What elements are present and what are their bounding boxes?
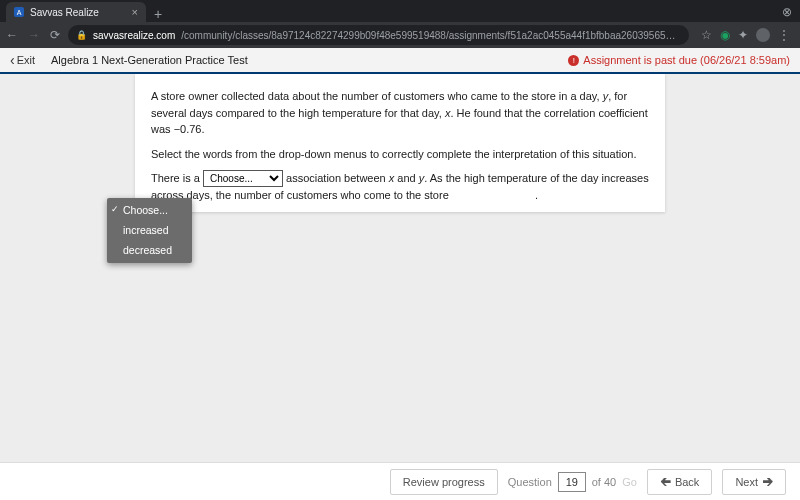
extension-icon[interactable]: ◉ <box>720 28 730 42</box>
menu-icon[interactable]: ⋮ <box>778 28 790 42</box>
address-bar[interactable]: 🔒 savvasrealize.com /community/classes/8… <box>68 25 689 45</box>
reload-icon[interactable]: ⟳ <box>50 28 60 42</box>
close-icon[interactable]: × <box>132 6 138 18</box>
past-due-notice: ! Assignment is past due (06/26/21 8:59a… <box>568 54 790 66</box>
of-label: of 40 <box>592 476 616 488</box>
footer-nav: Review progress Question 19 of 40 Go 🡰 B… <box>0 462 800 500</box>
answer-select-1[interactable]: Choose... <box>203 170 283 187</box>
review-progress-button[interactable]: Review progress <box>390 469 498 495</box>
browser-toolbar: ← → ⟳ 🔒 savvasrealize.com /community/cla… <box>0 22 800 48</box>
tab-title: Savvas Realize <box>30 7 99 18</box>
question-label: Question <box>508 476 552 488</box>
extensions-icon[interactable]: ✦ <box>738 28 748 42</box>
url-domain: savvasrealize.com <box>93 30 175 41</box>
past-due-text: Assignment is past due (06/26/21 8:59am) <box>583 54 790 66</box>
exit-label: Exit <box>17 54 35 66</box>
warning-icon: ! <box>568 55 579 66</box>
forward-icon: → <box>28 28 40 42</box>
next-button[interactable]: Next 🡲 <box>722 469 786 495</box>
question-paragraph-2: Select the words from the drop-down menu… <box>151 146 649 163</box>
question-number-input[interactable]: 19 <box>558 472 586 492</box>
new-tab-button[interactable]: + <box>146 6 170 22</box>
question-card: A store owner collected data about the n… <box>135 74 665 212</box>
favicon-icon: A <box>14 7 24 17</box>
question-paragraph-1: A store owner collected data about the n… <box>151 88 649 138</box>
browser-chrome: A Savvas Realize × + ⊗ ← → ⟳ 🔒 savvasrea… <box>0 0 800 48</box>
dropdown-option[interactable]: Choose... <box>107 201 192 221</box>
back-button[interactable]: 🡰 Back <box>647 469 712 495</box>
profile-avatar[interactable] <box>756 28 770 42</box>
lock-icon: 🔒 <box>76 30 87 40</box>
dropdown-menu-open: Choose... increased decreased <box>107 198 192 263</box>
star-icon[interactable]: ☆ <box>701 28 712 42</box>
browser-tab[interactable]: A Savvas Realize × <box>6 2 146 22</box>
go-button: Go <box>622 476 637 488</box>
dropdown-option[interactable]: increased <box>107 221 192 241</box>
exit-link[interactable]: Exit <box>10 52 35 68</box>
dropdown-option[interactable]: decreased <box>107 241 192 261</box>
arrow-left-icon: 🡰 <box>660 476 671 488</box>
tab-bar: A Savvas Realize × + ⊗ <box>0 0 800 22</box>
assignment-title: Algebra 1 Next-Generation Practice Test <box>51 54 248 66</box>
window-close-icon[interactable]: ⊗ <box>782 2 800 22</box>
app-header: Exit Algebra 1 Next-Generation Practice … <box>0 48 800 74</box>
url-path: /community/classes/8a97124c82274299b09f4… <box>181 30 681 41</box>
back-icon[interactable]: ← <box>6 28 18 42</box>
arrow-right-icon: 🡲 <box>762 476 773 488</box>
question-counter: Question 19 of 40 Go <box>508 472 637 492</box>
question-paragraph-3: There is a Choose... association between… <box>151 170 649 204</box>
content-stage: A store owner collected data about the n… <box>0 74 800 462</box>
